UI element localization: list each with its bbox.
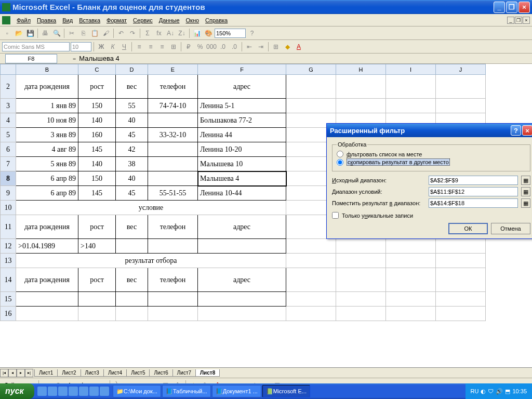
cell[interactable] <box>198 239 286 254</box>
paste-icon[interactable]: 📋 <box>89 28 100 38</box>
column-header[interactable]: H <box>336 64 386 75</box>
align-right-icon[interactable]: ≡ <box>157 42 167 52</box>
tab-next-button[interactable]: ▸ <box>17 369 25 377</box>
zoom-select[interactable] <box>215 29 246 38</box>
cell[interactable]: Малышева 10 <box>198 157 286 171</box>
column-header[interactable]: F <box>198 64 286 75</box>
cell[interactable] <box>148 157 198 171</box>
decrease-indent-icon[interactable]: ⇤ <box>244 42 255 52</box>
range-picker-icon[interactable]: ▦ <box>521 176 530 185</box>
font-select[interactable] <box>2 42 70 51</box>
cell[interactable] <box>148 292 198 307</box>
copy-to-label[interactable]: скопировать результат в другое место <box>347 158 450 166</box>
quicklaunch-icon[interactable] <box>48 387 57 396</box>
taskbar-item[interactable]: 📁 С:\Мои док... <box>113 385 161 397</box>
copy-to-range-input[interactable] <box>429 198 518 208</box>
cell[interactable] <box>386 268 436 292</box>
cell[interactable]: 160 <box>78 128 116 142</box>
lang-indicator[interactable]: RU <box>471 388 479 394</box>
cell[interactable] <box>336 307 386 321</box>
column-header[interactable]: D <box>116 64 148 75</box>
cell[interactable]: 33-32-10 <box>148 128 198 142</box>
cell[interactable]: рост <box>78 75 116 99</box>
comma-icon[interactable]: 000 <box>206 42 217 52</box>
cell[interactable]: вес <box>116 75 148 99</box>
row-header[interactable]: 14 <box>1 268 16 292</box>
chart-icon[interactable]: 📊 <box>192 28 202 38</box>
cell[interactable]: 45 <box>116 128 148 142</box>
cell[interactable]: телефон <box>148 268 198 292</box>
cell[interactable] <box>78 307 116 321</box>
font-color-icon[interactable]: A <box>294 42 304 52</box>
cell[interactable]: >01.04.1989 <box>16 239 78 254</box>
cell[interactable] <box>336 75 386 99</box>
column-header[interactable]: G <box>286 64 336 75</box>
cell[interactable]: 40 <box>116 113 148 128</box>
cell[interactable]: 55-51-55 <box>148 186 198 201</box>
cell[interactable] <box>148 239 198 254</box>
cell[interactable]: Ленина 44 <box>198 128 286 142</box>
quicklaunch-icon[interactable] <box>69 387 78 396</box>
cell[interactable]: вес <box>116 268 148 292</box>
menu-window[interactable]: Окно <box>183 16 203 24</box>
cancel-button[interactable]: Отмена <box>491 223 530 234</box>
cell[interactable] <box>386 254 436 268</box>
increase-indent-icon[interactable]: ⇥ <box>256 42 266 52</box>
tab-prev-button[interactable]: ◂ <box>8 369 17 377</box>
bold-icon[interactable]: Ж <box>96 42 107 52</box>
fill-color-icon[interactable]: ◆ <box>282 42 292 52</box>
cell[interactable] <box>336 268 386 292</box>
copy-to-radio[interactable] <box>337 159 343 166</box>
close-button[interactable]: × <box>518 2 530 13</box>
currency-icon[interactable]: ₽ <box>183 42 194 52</box>
name-box[interactable]: F8 <box>5 54 57 63</box>
cell[interactable] <box>116 292 148 307</box>
sheet-tab[interactable]: Лист4 <box>103 369 127 377</box>
row-header[interactable]: 9 <box>1 186 16 201</box>
cell[interactable]: 6 апр 89 <box>16 171 78 186</box>
tray-icon[interactable]: 🔊 <box>496 388 503 395</box>
quicklaunch-icon[interactable] <box>100 387 109 396</box>
drawing-icon[interactable]: 🎨 <box>203 28 214 38</box>
cell[interactable]: 5 янв 89 <box>16 157 78 171</box>
list-range-input[interactable] <box>429 176 518 185</box>
row-header[interactable]: 8 <box>1 171 16 186</box>
cell[interactable] <box>148 307 198 321</box>
menu-insert[interactable]: Вставка <box>76 16 103 24</box>
cell[interactable] <box>336 254 386 268</box>
autosum-icon[interactable]: Σ <box>142 28 153 38</box>
tray-icon[interactable]: ◐ <box>481 388 486 395</box>
dialog-titlebar[interactable]: Расширенный фильтр ? × <box>327 124 532 137</box>
print-icon[interactable]: 🖶 <box>40 28 50 38</box>
increase-decimal-icon[interactable]: .0 <box>218 42 228 52</box>
cell[interactable]: 1 янв 89 <box>16 99 78 113</box>
menu-tools[interactable]: Сервис <box>130 16 156 24</box>
cell[interactable] <box>286 75 336 99</box>
sort-desc-icon[interactable]: Z↓ <box>177 28 187 38</box>
quicklaunch-icon[interactable] <box>89 387 99 396</box>
taskbar-item[interactable]: 📘 Документ1 ... <box>212 385 261 397</box>
cell[interactable]: 140 <box>78 157 116 171</box>
tab-last-button[interactable]: ▸| <box>25 369 33 377</box>
ok-button[interactable]: ОК <box>448 223 488 234</box>
cell[interactable]: адрес <box>198 268 286 292</box>
align-left-icon[interactable]: ≡ <box>134 42 144 52</box>
range-picker-icon[interactable]: ▦ <box>521 198 530 208</box>
sort-asc-icon[interactable]: A↓ <box>165 28 176 38</box>
tray-icon[interactable]: 🛡 <box>488 388 494 394</box>
cell[interactable]: Ленина 5-1 <box>198 99 286 113</box>
cell[interactable]: вес <box>116 215 148 239</box>
tab-first-button[interactable]: |◂ <box>0 369 8 377</box>
cell[interactable] <box>286 268 336 292</box>
row-header[interactable]: 16 <box>1 307 16 321</box>
percent-icon[interactable]: % <box>195 42 205 52</box>
clock[interactable]: 10:35 <box>512 388 527 394</box>
row-header[interactable]: 15 <box>1 292 16 307</box>
cell[interactable]: 150 <box>78 171 116 186</box>
save-icon[interactable]: 💾 <box>25 28 35 38</box>
cell[interactable] <box>386 75 436 99</box>
formula-bar[interactable]: = Малышева 4 <box>73 54 532 63</box>
cell[interactable]: телефон <box>148 75 198 99</box>
cell[interactable] <box>336 239 386 254</box>
row-header[interactable]: 2 <box>1 75 16 99</box>
